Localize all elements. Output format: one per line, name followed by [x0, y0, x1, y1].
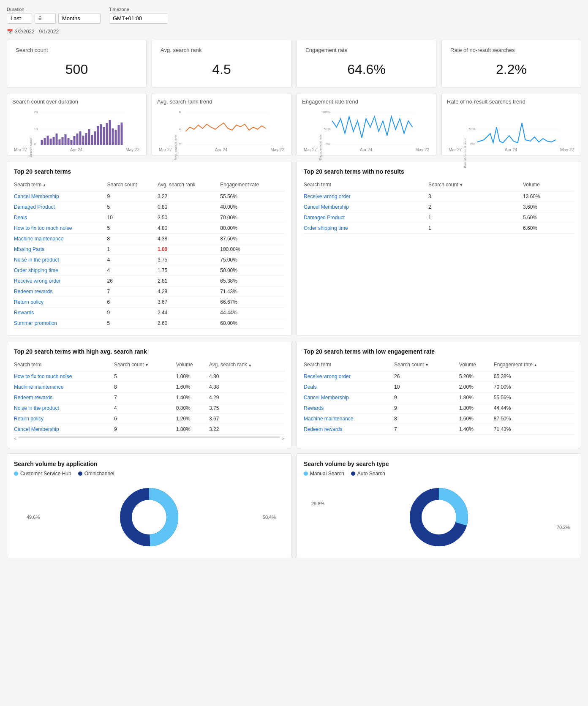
col-le-volume[interactable]: Volume	[459, 360, 494, 371]
svg-rect-32	[115, 130, 117, 145]
table-row: Noise in the product40.80%3.75	[14, 403, 284, 414]
svg-rect-31	[112, 128, 114, 145]
col-le-count[interactable]: Search count	[394, 360, 459, 371]
table-cell: 55.56%	[494, 393, 574, 403]
col-search-term[interactable]: Search term	[14, 180, 107, 191]
table-cell[interactable]: Return policy	[14, 414, 114, 424]
table-cell[interactable]: Noise in the product	[14, 403, 114, 414]
svg-rect-18	[74, 136, 76, 145]
table-cell: 40.00%	[220, 202, 284, 213]
high-rank-card: Top 20 search terms with high avg. searc…	[7, 341, 291, 448]
col-search-count[interactable]: Search count	[107, 180, 158, 191]
table-cell[interactable]: Return policy	[14, 297, 107, 308]
donut-type-legend: Manual Search Auto Search	[304, 471, 574, 477]
table-row: Redeem rewards74.2971.43%	[14, 286, 284, 297]
table-cell[interactable]: Order shipping time	[304, 223, 428, 234]
table-row: Cancel Membership23.60%	[304, 202, 574, 213]
col-engagement[interactable]: Engagement rate	[220, 180, 284, 191]
table-cell: 4.29	[158, 286, 220, 297]
col-hr-count[interactable]: Search count	[114, 360, 176, 371]
col-avg-rank[interactable]: Avg. search rank	[158, 180, 220, 191]
table-row: Order shipping time16.60%	[304, 223, 574, 234]
table-cell[interactable]: Summer promotion	[14, 318, 107, 329]
no-result-chart-card: Rate of no-result searches trend 50% 0% …	[441, 93, 581, 156]
table-cell: 100.00%	[220, 244, 284, 255]
table-cell[interactable]: Cancel Membership	[14, 424, 114, 435]
svg-rect-21	[82, 136, 84, 145]
svg-rect-7	[41, 140, 43, 145]
engagement-rate-value: 64.6%	[305, 58, 427, 81]
table-cell[interactable]: Receive wrong order	[304, 371, 394, 382]
table-cell: 1.60%	[176, 382, 209, 393]
table-cell[interactable]: Order shipping time	[14, 265, 107, 276]
table-cell: 44.44%	[220, 308, 284, 318]
table-cell: 87.50%	[220, 234, 284, 244]
scroll-right[interactable]: >	[282, 436, 284, 441]
table-cell: 1.40%	[459, 424, 494, 435]
avg-search-rank-card: Avg. search rank 4.5	[152, 40, 291, 88]
col-hr-term[interactable]: Search term	[14, 360, 114, 371]
col-hr-volume[interactable]: Volume	[176, 360, 209, 371]
svg-text:4: 4	[179, 127, 181, 131]
table-cell[interactable]: Deals	[14, 213, 107, 223]
table-cell[interactable]: Redeem rewards	[14, 286, 107, 297]
no-result-chart-title: Rate of no-result searches trend	[447, 98, 576, 105]
table-cell: 5	[107, 223, 158, 234]
svg-text:Search count: Search count	[29, 137, 33, 158]
tables-row-2: Top 20 search terms with high avg. searc…	[7, 341, 581, 448]
table-row: Rewards92.4444.44%	[14, 308, 284, 318]
timezone-label: Timezone	[109, 7, 168, 12]
col-nr-volume[interactable]: Volume	[523, 180, 574, 191]
table-row: Machine maintenance81.60%87.50%	[304, 414, 574, 424]
duration-value-select[interactable]: 6	[35, 13, 56, 24]
table-cell: 1	[428, 223, 523, 234]
table-cell[interactable]: Rewards	[14, 308, 107, 318]
table-cell[interactable]: Missing Parts	[14, 244, 107, 255]
timezone-select[interactable]: GMT+01:00	[109, 13, 168, 24]
table-cell[interactable]: Machine maintenance	[14, 382, 114, 393]
table-cell[interactable]: Machine maintenance	[304, 414, 394, 424]
table-cell[interactable]: Redeem rewards	[14, 393, 114, 403]
table-cell[interactable]: Receive wrong order	[304, 191, 428, 202]
legend-manual-label: Manual Search	[310, 471, 344, 477]
col-nr-search-term[interactable]: Search term	[304, 180, 428, 191]
table-cell[interactable]: Damaged Product	[304, 213, 428, 223]
table-cell[interactable]: Receive wrong order	[14, 276, 107, 286]
col-le-engagement[interactable]: Engagement rate	[494, 360, 574, 371]
col-le-term[interactable]: Search term	[304, 360, 394, 371]
metric-cards-row: Search count 500 Avg. search rank 4.5 En…	[7, 40, 581, 88]
table-cell[interactable]: Noise in the product	[14, 255, 107, 265]
last-select[interactable]: Last	[7, 13, 32, 24]
date-range: 📅 3/2/2022 - 9/1/2022	[7, 29, 581, 35]
table-row: Deals102.5070.00%	[14, 213, 284, 223]
table-cell[interactable]: Machine maintenance	[14, 234, 107, 244]
table-cell[interactable]: Redeem rewards	[304, 424, 394, 435]
table-cell: 5	[107, 202, 158, 213]
table-cell[interactable]: Cancel Membership	[14, 191, 107, 202]
svg-rect-26	[97, 126, 99, 145]
table-cell[interactable]: Deals	[304, 382, 394, 393]
donut-section: Search volume by application Customer Se…	[7, 453, 581, 558]
table-cell: 1.60%	[459, 414, 494, 424]
table-cell[interactable]: Rewards	[304, 403, 394, 414]
table-cell[interactable]: Damaged Product	[14, 202, 107, 213]
legend-omni-dot	[78, 472, 82, 476]
table-cell: 2.60	[158, 318, 220, 329]
table-cell: 75.00%	[220, 255, 284, 265]
legend-auto-dot	[351, 472, 355, 476]
scroll-left[interactable]: <	[14, 436, 16, 441]
col-nr-count[interactable]: Search count	[428, 180, 523, 191]
table-cell[interactable]: How to fix too much noise	[14, 223, 107, 234]
no-result-chart: 50% 0% Rate of no-result searc... Mar 27…	[447, 108, 576, 150]
table-cell: 4	[114, 403, 176, 414]
table-cell[interactable]: Cancel Membership	[304, 393, 394, 403]
period-select[interactable]: Months	[58, 13, 101, 24]
table-cell[interactable]: Cancel Membership	[304, 202, 428, 213]
svg-text:Avg. search rank: Avg. search rank	[174, 134, 177, 160]
legend-omni: Omnichannel	[78, 471, 114, 477]
table-cell[interactable]: How to fix too much noise	[14, 371, 114, 382]
table-cell: 3.75	[209, 403, 284, 414]
svg-text:0%: 0%	[326, 142, 331, 146]
col-hr-rank[interactable]: Avg. search rank	[209, 360, 284, 371]
donut-app-chart: 49.6% 50.4%	[14, 483, 284, 551]
